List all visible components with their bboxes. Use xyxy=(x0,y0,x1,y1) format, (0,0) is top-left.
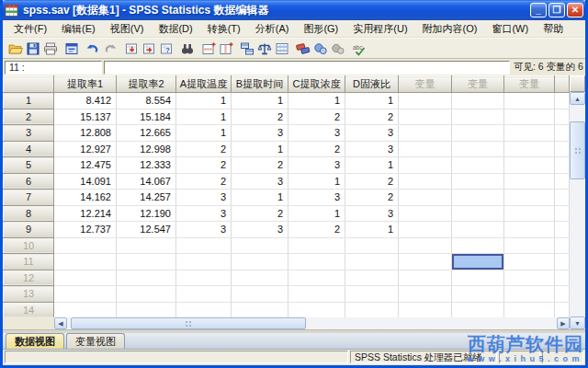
menu-item-8[interactable]: 附加内容(O) xyxy=(415,20,485,38)
menu-item-9[interactable]: 窗口(W) xyxy=(484,20,536,38)
cell-r11-c9[interactable] xyxy=(504,254,555,270)
insert-case-button[interactable] xyxy=(199,40,217,58)
cell-r10-c4[interactable] xyxy=(232,237,288,254)
maximize-button[interactable]: ❐ xyxy=(548,3,565,17)
cell-r6-c7[interactable] xyxy=(399,173,452,190)
cell-r4-c5[interactable]: 2 xyxy=(288,141,345,157)
cell-r14-c5[interactable] xyxy=(288,302,345,318)
cell-r5-c4[interactable]: 2 xyxy=(232,157,288,174)
cell-r3-c3[interactable]: 1 xyxy=(176,125,232,142)
row-header-13[interactable]: 13 xyxy=(4,286,54,303)
cell-r7-c8[interactable] xyxy=(452,190,504,206)
cell-r8-c6[interactable]: 3 xyxy=(345,205,399,222)
scroll-right-icon[interactable]: ▶ xyxy=(557,317,570,329)
insert-variable-button[interactable] xyxy=(217,40,234,58)
cell-r8-c2[interactable]: 12.190 xyxy=(117,205,176,222)
cell-r9-c3[interactable]: 3 xyxy=(176,222,232,238)
cell-r5-c5[interactable]: 3 xyxy=(288,157,345,174)
column-header-4[interactable]: B提取时间 xyxy=(232,76,288,93)
close-button[interactable]: ✕ xyxy=(567,3,583,17)
row-header-8[interactable]: 8 xyxy=(4,205,54,222)
cell-r10-c9[interactable] xyxy=(504,237,555,254)
cell-r10-c3[interactable] xyxy=(176,237,232,254)
horizontal-scroll-thumb[interactable] xyxy=(71,317,306,329)
menu-item-4[interactable]: 转换(T) xyxy=(200,20,248,38)
cell-r14-c3[interactable] xyxy=(176,302,232,318)
cell-r2-c1[interactable]: 15.137 xyxy=(54,109,117,125)
cell-r13-c4[interactable] xyxy=(232,286,288,303)
cell-r6-c6[interactable]: 2 xyxy=(345,173,399,190)
row-header-5[interactable]: 5 xyxy=(4,157,54,174)
cell-r9-c8[interactable] xyxy=(452,222,504,238)
cell-r9-c7[interactable] xyxy=(399,222,452,238)
cell-r3-c4[interactable]: 3 xyxy=(232,125,288,142)
selected-cell[interactable] xyxy=(452,254,504,270)
cell-r8-c8[interactable] xyxy=(452,205,504,222)
value-labels-button[interactable] xyxy=(294,40,311,58)
cell-r7-c3[interactable]: 3 xyxy=(176,190,232,206)
vertical-scrollbar[interactable]: ▲ ▼ xyxy=(570,92,585,329)
cell-r9-c5[interactable]: 2 xyxy=(288,222,345,238)
cell-r5-c9[interactable] xyxy=(504,157,555,174)
cell-r9-c4[interactable]: 3 xyxy=(232,222,288,238)
cell-r6-c4[interactable]: 3 xyxy=(232,173,288,190)
dialog-recall-button[interactable] xyxy=(62,40,80,58)
cell-r3-c5[interactable]: 3 xyxy=(288,125,345,142)
save-file-button[interactable] xyxy=(24,40,41,58)
menu-item-7[interactable]: 实用程序(U) xyxy=(345,20,414,38)
cell-r12-c5[interactable] xyxy=(288,270,345,286)
cell-r6-c5[interactable]: 1 xyxy=(288,173,345,190)
row-header-4[interactable]: 4 xyxy=(4,141,54,157)
tab-data-view[interactable]: 数据视图 xyxy=(6,333,64,349)
cell-r12-c9[interactable] xyxy=(504,270,555,286)
column-header-2[interactable]: 提取率2 xyxy=(117,76,176,93)
menu-item-3[interactable]: 数据(D) xyxy=(151,20,199,38)
cell-r10-c2[interactable] xyxy=(117,237,176,254)
cell-r7-c7[interactable] xyxy=(399,190,452,206)
cell-r3-c1[interactable]: 12.808 xyxy=(54,125,117,142)
cell-r4-c8[interactable] xyxy=(452,141,504,157)
show-all-variables-button[interactable] xyxy=(329,40,346,58)
cell-r2-c3[interactable]: 1 xyxy=(176,109,232,125)
row-header-11[interactable]: 11 xyxy=(4,254,54,270)
scroll-track[interactable] xyxy=(306,317,557,329)
cell-r13-c9[interactable] xyxy=(504,286,555,303)
variables-button[interactable]: ? xyxy=(157,40,175,58)
row-header-12[interactable]: 12 xyxy=(4,270,54,286)
cell-r9-c6[interactable]: 1 xyxy=(345,222,399,238)
split-file-button[interactable] xyxy=(238,40,255,58)
scroll-up-icon[interactable]: ▲ xyxy=(570,92,585,105)
cell-r11-c4[interactable] xyxy=(232,254,288,270)
cell-r2-c9[interactable] xyxy=(504,109,555,125)
select-cases-button[interactable] xyxy=(273,40,290,58)
cell-r12-c7[interactable] xyxy=(399,270,452,286)
cell-r8-c7[interactable] xyxy=(399,205,452,222)
cell-r13-c3[interactable] xyxy=(176,286,232,303)
row-header-6[interactable]: 6 xyxy=(4,173,54,190)
menu-item-1[interactable]: 编辑(E) xyxy=(54,20,103,38)
goto-case-button[interactable] xyxy=(122,40,140,58)
menu-item-5[interactable]: 分析(A) xyxy=(248,20,297,38)
cell-r2-c8[interactable] xyxy=(452,109,504,125)
cell-r14-c9[interactable] xyxy=(504,302,555,318)
cell-r14-c7[interactable] xyxy=(399,302,452,318)
cell-r10-c5[interactable] xyxy=(288,237,345,254)
cell-r12-c3[interactable] xyxy=(176,270,232,286)
cell-r6-c9[interactable] xyxy=(504,173,555,190)
cell-r2-c4[interactable]: 2 xyxy=(232,109,288,125)
cell-r2-c6[interactable]: 2 xyxy=(345,109,399,125)
cell-r2-c7[interactable] xyxy=(399,109,452,125)
cell-r14-c2[interactable] xyxy=(117,302,176,318)
row-header-7[interactable]: 7 xyxy=(4,190,54,206)
goto-variable-button[interactable] xyxy=(140,40,157,58)
cell-r8-c1[interactable]: 12.214 xyxy=(54,205,117,222)
cell-r11-c2[interactable] xyxy=(117,254,176,270)
menu-item-6[interactable]: 图形(G) xyxy=(296,20,345,38)
undo-button[interactable] xyxy=(84,40,101,58)
open-file-button[interactable] xyxy=(6,40,24,58)
cell-r14-c8[interactable] xyxy=(452,302,504,318)
minimize-button[interactable]: _ xyxy=(530,3,547,17)
cell-r3-c6[interactable]: 3 xyxy=(345,125,399,142)
cell-r10-c1[interactable] xyxy=(54,237,117,254)
cell-r10-c8[interactable] xyxy=(452,237,504,254)
